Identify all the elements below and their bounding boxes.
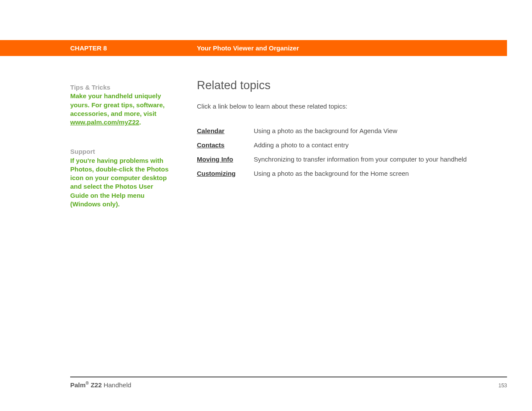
tips-link[interactable]: www.palm.com/myZ22 [70, 118, 139, 126]
page-number: 153 [498, 383, 507, 389]
table-row: Moving Info Synchronizing to transfer in… [197, 156, 498, 170]
table-row: Customizing Using a photo as the backgro… [197, 170, 498, 184]
support-block: Support If you're having problems with P… [70, 147, 169, 209]
topic-desc: Adding a photo to a contact entry [254, 141, 498, 156]
topic-desc: Using a photo as the background for Agen… [254, 127, 498, 141]
footer-product: Palm® Z22 Handheld [70, 381, 131, 389]
related-topics-heading: Related topics [197, 79, 498, 92]
footer-brand: Palm [70, 381, 86, 389]
support-heading: Support [70, 147, 169, 156]
chapter-label: CHAPTER 8 [70, 44, 107, 52]
topic-link-contacts[interactable]: Contacts [197, 141, 224, 149]
table-row: Contacts Adding a photo to a contact ent… [197, 141, 498, 156]
topic-desc: Using a photo as the background for the … [254, 170, 498, 184]
topic-link-calendar[interactable]: Calendar [197, 127, 224, 134]
tips-text-after: . [139, 118, 141, 126]
table-row: Calendar Using a photo as the background… [197, 127, 498, 141]
main-content: Related topics Click a link below to lea… [197, 79, 498, 184]
related-topics-intro: Click a link below to learn about these … [197, 103, 498, 110]
tips-tricks-block: Tips & Tricks Make your handheld uniquel… [70, 83, 169, 127]
chapter-header: CHAPTER 8 Your Photo Viewer and Organize… [0, 40, 507, 56]
topic-link-moving-info[interactable]: Moving Info [197, 156, 233, 163]
page-footer: Palm® Z22 Handheld 153 [70, 377, 507, 389]
tips-text: Make your handheld uniquely yours. For g… [70, 92, 165, 117]
footer-product-name: Handheld [102, 381, 131, 389]
sidebar: Tips & Tricks Make your handheld uniquel… [70, 83, 169, 229]
page-title: Your Photo Viewer and Organizer [197, 44, 299, 52]
topics-table: Calendar Using a photo as the background… [197, 127, 498, 184]
topic-link-customizing[interactable]: Customizing [197, 170, 236, 177]
tips-heading: Tips & Tricks [70, 83, 169, 92]
topic-desc: Synchronizing to transfer information fr… [254, 156, 498, 170]
support-text: If you're having problems with Photos, d… [70, 156, 169, 209]
footer-model: Z22 [89, 381, 102, 389]
